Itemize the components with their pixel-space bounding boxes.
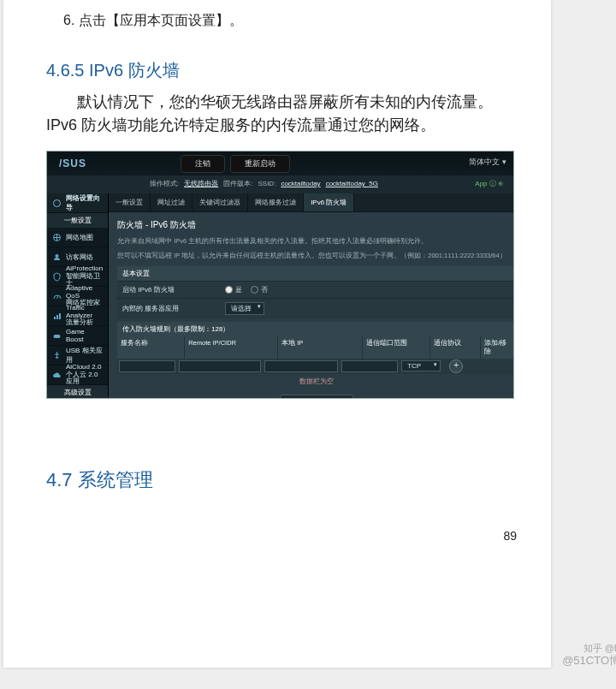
basic-settings-heading: 基本设置 [117,266,514,281]
tab-general[interactable]: 一般设置 [109,193,151,211]
ssid-1[interactable]: cocktailtoday [281,180,320,187]
input-local-ip[interactable] [264,360,338,372]
router-main-panel: 一般设置 网址过滤 关键词过滤器 网络服务过滤 IPv6 防火墙 防火墙 - I… [109,193,514,397]
language-selector[interactable]: 简体中文 ▾ [469,157,506,168]
sidebar-item-aicloud[interactable]: AiCloud 2.0 个人云 2.0 应用 [47,365,108,385]
reboot-button[interactable]: 重新启动 [230,155,290,173]
watermark-block: 知乎 @Billy @51CTO博客 [562,642,616,668]
input-remote-ip[interactable] [179,360,261,372]
usb-icon [52,351,62,360]
heading-4-7: 4.7 系统管理 [46,467,525,493]
wizard-icon [52,199,62,208]
famous-server-label: 内部的 服务器应用 [122,304,225,313]
intro-paragraph: 默认情况下，您的华硕无线路由器屏蔽所有未知的内传流量。 IPv6 防火墙功能允许… [46,91,525,137]
select-protocol[interactable]: TCP [401,360,441,371]
sidebar-item-network-map[interactable]: 网络地图 [47,228,108,247]
router-sidebar: 网络设置向导 一般设置 网络地图 访客网络 AiProtection 智能网络卫… [47,193,109,397]
mode-value[interactable]: 无线路由器 [184,179,218,188]
add-rule-button[interactable]: + [449,359,463,373]
radio-no[interactable]: 否 [251,285,268,294]
firmware-label: 固件版本: [223,179,252,188]
mode-label: 操作模式: [150,179,179,188]
app-indicators[interactable]: App ⓘ ⊕ [475,179,508,188]
page-number: 89 [503,529,517,543]
step-6-text: 6. 点击【应用本页面设置】。 [63,12,525,30]
cloud-icon [52,371,62,380]
panel-title: 防火墙 - IPv6 防火墙 [117,219,514,231]
enable-firewall-label: 启动 IPv6 防火墙 [122,285,225,294]
sidebar-item-label: 访客网络 [66,252,93,262]
svg-rect-5 [56,315,58,319]
logout-button[interactable]: 注销 [181,155,225,173]
col-action: 添加/移除 [481,336,514,359]
rules-input-row: TCP + [117,359,514,374]
tab-keyword-filter[interactable]: 关键词过滤器 [192,193,248,211]
tab-ns-filter[interactable]: 网络服务过滤 [248,193,304,211]
sidebar-item-label: 网络地图 [66,233,93,242]
sidebar-sep-advanced: 高级设置 [47,385,108,399]
asus-logo: /SUS [52,157,93,169]
sidebar-item-traffic-analyzer[interactable]: Traffic Analyzer 流量分析 [47,306,108,326]
row-famous-server: 内部的 服务器应用 请选择 [117,298,514,318]
svg-rect-4 [54,317,56,319]
panel-help-1: 允许来自局域网中 IPv6 主机的所有传出流量及相关的传入流量。拒绝其他传入流量… [117,236,514,246]
ssid-label: SSID: [258,180,275,187]
input-port-range[interactable] [341,360,398,372]
sidebar-sep-general: 一般设置 [47,213,108,228]
rules-table-header: 服务名称 Remote IP/CIDR 本地 IP 通信端口范围 通信协议 添加… [117,336,514,359]
col-protocol: 通信协议 [430,336,481,359]
sidebar-item-label: USB 相关应用 [66,346,103,365]
tab-url-filter[interactable]: 网址过滤 [151,193,192,211]
tab-ipv6-firewall[interactable]: IPv6 防火墙 [304,193,354,211]
router-infobar: 操作模式: 无线路由器 固件版本: SSID: cocktailtoday co… [47,175,513,193]
empty-table-note: 数据栏为空 [117,374,514,389]
people-icon [52,252,62,262]
sidebar-item-label: Game Boost [66,328,103,343]
sidebar-item-wizard[interactable]: 网络设置向导 [47,193,108,213]
gauge-icon [52,292,62,301]
ssid-2[interactable]: cocktailtoday_5G [326,180,378,187]
sidebar-wizard-label: 网络设置向导 [66,193,103,212]
router-topbar: /SUS 注销 重新启动 简体中文 ▾ [47,151,513,175]
col-service-name: 服务名称 [117,336,185,359]
row-enable-ipv6-firewall: 启动 IPv6 防火墙 是 否 [117,281,514,298]
input-service-name[interactable] [119,360,175,372]
chart-icon [52,312,62,321]
sidebar-item-label: Traffic Analyzer 流量分析 [66,305,103,327]
shield-icon [52,272,62,282]
rules-heading: 传入防火墙规则（最多限制：128） [117,322,514,336]
sidebar-item-game-boost[interactable]: Game Boost [47,326,108,346]
tab-bar: 一般设置 网址过滤 关键词过滤器 网络服务过滤 IPv6 防火墙 [109,193,514,212]
svg-point-2 [56,254,59,258]
svg-rect-6 [59,313,61,319]
svg-point-0 [54,199,61,206]
watermark-zhihu: 知乎 @Billy [562,642,616,654]
col-local-ip: 本地 IP [278,336,363,359]
panel-help-2: 您可以不填写远程 IP 地址，以允许来自任何远程主机的流量传入。您也可以设置为一… [117,251,514,260]
radio-yes[interactable]: 是 [225,285,242,294]
svg-line-3 [57,296,59,299]
router-admin-screenshot: /SUS 注销 重新启动 简体中文 ▾ 操作模式: 无线路由器 固件版本: SS… [46,151,514,399]
famous-server-select[interactable]: 请选择 [225,302,264,315]
heading-4-6-5: 4.6.5 IPv6 防火墙 [46,59,525,82]
apply-button[interactable]: 应用本页面设置 [280,395,353,400]
watermark-51cto: @51CTO博客 [562,654,616,668]
col-port-range: 通信端口范围 [363,336,430,359]
globe-icon [52,233,62,242]
svg-rect-7 [54,335,61,338]
col-remote-ip: Remote IP/CIDR [185,336,278,359]
gamepad-icon [52,331,62,341]
sidebar-item-label: AiCloud 2.0 个人云 2.0 应用 [66,364,103,386]
